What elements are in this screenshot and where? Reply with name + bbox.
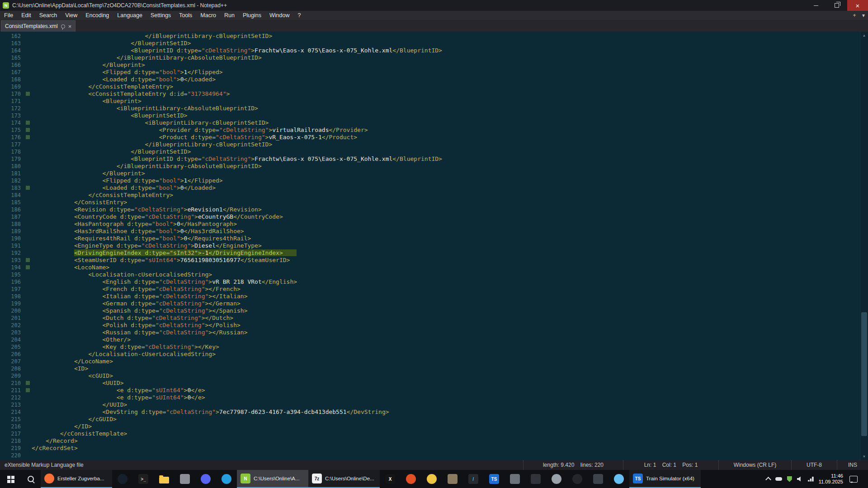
status-length-lines[interactable]: length: 9.420 lines: 220 bbox=[523, 460, 623, 470]
code-line[interactable]: 184 </cConsistTemplateEntry> bbox=[0, 192, 860, 199]
network-icon[interactable] bbox=[808, 477, 814, 482]
code-line[interactable]: 190 <Requires4thRail d:type="bool">0</Re… bbox=[0, 235, 860, 242]
scrollbar-track[interactable] bbox=[860, 39, 868, 453]
code-line[interactable]: 207 </LocoName> bbox=[0, 358, 860, 365]
code-line[interactable]: 167 <Flipped d:type="bool">1</Flipped> bbox=[0, 69, 860, 76]
status-encoding[interactable]: UTF-8 bbox=[791, 460, 837, 470]
scroll-down-arrow[interactable]: ▼ bbox=[860, 453, 868, 460]
code-line[interactable]: 213 </UUID> bbox=[0, 401, 860, 408]
taskbar-app-icon-button[interactable] bbox=[588, 470, 609, 488]
code-line[interactable]: 212 <e d:type="sUInt64">0</e> bbox=[0, 394, 860, 401]
code-line[interactable]: 185 </ConsistEntry> bbox=[0, 199, 860, 206]
code-line[interactable]: 191 <EngineType d:type="cDeltaString">Di… bbox=[0, 242, 860, 249]
code-line[interactable]: 205 <Key d:type="cDeltaString"></Key> bbox=[0, 343, 860, 351]
status-insert-mode[interactable]: INS bbox=[837, 460, 868, 470]
photo-editor-icon-button[interactable]: / bbox=[463, 470, 484, 488]
code-line[interactable]: 210 <UUID> bbox=[0, 380, 860, 387]
code-line[interactable]: 174 <iBlueprintLibrary-cBlueprintSetID> bbox=[0, 119, 860, 127]
volume-icon[interactable] bbox=[797, 476, 803, 482]
code-line[interactable]: 211 <e d:type="sUInt64">0</e> bbox=[0, 387, 860, 394]
train-simulator-icon-button[interactable]: TS bbox=[484, 470, 505, 488]
menu-item-run[interactable]: Run bbox=[220, 11, 239, 20]
status-eol[interactable]: Windows (CR LF) bbox=[718, 460, 791, 470]
restore-button[interactable] bbox=[826, 0, 847, 11]
code-line[interactable]: 209 <cGUID> bbox=[0, 372, 860, 380]
code-line[interactable]: 202 <Polish d:type="cDeltaString"></Poli… bbox=[0, 322, 860, 329]
vertical-scrollbar[interactable]: ▲ ▼ bbox=[860, 32, 868, 460]
menu-item-edit[interactable]: Edit bbox=[17, 11, 35, 20]
calculator-icon-button[interactable] bbox=[175, 470, 195, 488]
tab-consisttemplates[interactable]: ConsistTemplates.xml × bbox=[1, 20, 75, 32]
menu-item-plugins[interactable]: Plugins bbox=[239, 11, 265, 20]
start-button[interactable] bbox=[0, 470, 21, 488]
close-button[interactable]: × bbox=[847, 0, 868, 11]
code-line[interactable]: 189 <Has3rdRailShoe d:type="bool">0</Has… bbox=[0, 228, 860, 235]
file-explorer-icon-button[interactable] bbox=[154, 470, 175, 488]
editor-lines[interactable]: 162 </iBlueprintLibrary-cBlueprintSetID>… bbox=[0, 32, 860, 460]
code-line[interactable]: 165 </iBlueprintLibrary-cAbsoluteBluepri… bbox=[0, 54, 860, 61]
code-line[interactable]: 214 <DevString d:type="cDeltaString">7ec… bbox=[0, 408, 860, 416]
scrollbar-thumb[interactable] bbox=[861, 312, 867, 436]
terminal-icon-button[interactable]: >_ bbox=[133, 470, 154, 488]
code-line[interactable]: 178 </BlueprintSetID> bbox=[0, 148, 860, 155]
code-line[interactable]: 194 <LocoName> bbox=[0, 264, 860, 271]
menu-item-tools[interactable]: Tools bbox=[175, 11, 196, 20]
editor[interactable]: 162 </iBlueprintLibrary-cBlueprintSetID>… bbox=[0, 32, 868, 460]
taskbar-app-icon-button[interactable] bbox=[546, 470, 567, 488]
menu-button-tab-list[interactable]: ▾ bbox=[859, 11, 868, 19]
mail-icon-button[interactable] bbox=[216, 470, 237, 488]
taskbar-app-icon-button[interactable] bbox=[421, 470, 442, 488]
security-shield-icon[interactable] bbox=[787, 476, 792, 482]
code-line[interactable]: 195 <Localisation-cUserLocalisedString> bbox=[0, 271, 860, 278]
taskbar-app-icon-button[interactable] bbox=[442, 470, 463, 488]
scroll-up-arrow[interactable]: ▲ bbox=[860, 32, 868, 39]
sevenzip-window-button[interactable]: 7zC:\Users\Online\De... bbox=[308, 470, 380, 488]
code-line[interactable]: 169 </cConsistTemplateEntry> bbox=[0, 83, 860, 90]
x-app-icon-button[interactable]: X bbox=[380, 470, 401, 488]
code-line[interactable]: 187 <CountryCode d:type="cDeltaString">e… bbox=[0, 213, 860, 221]
search-app-icon-button[interactable] bbox=[525, 470, 546, 488]
code-line[interactable]: 172 <iBlueprintLibrary-cAbsoluteBlueprin… bbox=[0, 105, 860, 112]
code-line[interactable]: 201 <Dutch d:type="cDeltaString"></Dutch… bbox=[0, 314, 860, 322]
code-line[interactable]: 208 <ID> bbox=[0, 365, 860, 372]
code-line[interactable]: 188 <HasPantograph d:type="bool">0</HasP… bbox=[0, 221, 860, 228]
code-line[interactable]: 166 </Blueprint> bbox=[0, 61, 860, 69]
code-line[interactable]: 173 <BlueprintSetID> bbox=[0, 112, 860, 119]
code-line[interactable]: 219</cRecordSet> bbox=[0, 445, 860, 452]
taskbar-app-icon-button[interactable] bbox=[609, 470, 629, 488]
menu-item-file[interactable]: File bbox=[0, 11, 17, 20]
code-line[interactable]: 171 <Blueprint> bbox=[0, 98, 860, 105]
menu-item-search[interactable]: Search bbox=[35, 11, 61, 20]
code-line[interactable]: 175 <Provider d:type="cDeltaString">virt… bbox=[0, 127, 860, 134]
code-line[interactable]: 193 <SteamUserID d:type="sUInt64">765611… bbox=[0, 257, 860, 264]
menu-item-encoding[interactable]: Encoding bbox=[81, 11, 113, 20]
code-line[interactable]: 181 </Blueprint> bbox=[0, 170, 860, 177]
code-line[interactable]: 198 <Italian d:type="cDeltaString"></Ita… bbox=[0, 293, 860, 300]
menu-item-language[interactable]: Language bbox=[113, 11, 146, 20]
obs-icon-button[interactable] bbox=[567, 470, 588, 488]
code-line[interactable]: 197 <French d:type="cDeltaString"></Fren… bbox=[0, 286, 860, 293]
code-line[interactable]: 199 <German d:type="cDeltaString"></Germ… bbox=[0, 300, 860, 307]
notepadpp-window-button[interactable]: NC:\Users\Online\A... bbox=[237, 470, 308, 488]
code-line[interactable]: 218 </Record> bbox=[0, 437, 860, 445]
status-cursor-position[interactable]: Ln: 1 Col: 1 Pos: 1 bbox=[623, 460, 718, 470]
minimize-button[interactable] bbox=[806, 0, 826, 11]
discord-icon-button[interactable] bbox=[195, 470, 216, 488]
menu-button-new-tab[interactable]: + bbox=[850, 11, 859, 19]
action-center-icon[interactable] bbox=[849, 476, 858, 483]
code-line[interactable]: 215 </cGUID> bbox=[0, 416, 860, 423]
code-line[interactable]: 177 </iBlueprintLibrary-cBlueprintSetID> bbox=[0, 141, 860, 148]
code-line[interactable]: 200 <Spanish d:type="cDeltaString"></Spa… bbox=[0, 307, 860, 314]
code-line[interactable]: 220 bbox=[0, 452, 860, 459]
code-line[interactable]: 203 <Russian d:type="cDeltaString"></Rus… bbox=[0, 329, 860, 336]
code-line[interactable]: 168 <Loaded d:type="bool">0</Loaded> bbox=[0, 76, 860, 83]
code-line[interactable]: 206 </Localisation-cUserLocalisedString> bbox=[0, 351, 860, 358]
cloud-icon[interactable] bbox=[775, 477, 782, 481]
code-line[interactable]: 182 <Flipped d:type="bool">1</Flipped> bbox=[0, 177, 860, 184]
firefox-window-button[interactable]: Ersteller Zugverba... bbox=[41, 470, 112, 488]
taskbar-search-button[interactable] bbox=[21, 470, 41, 488]
code-line[interactable]: 170 <cConsistTemplateEntry d:id="3173849… bbox=[0, 90, 860, 98]
code-line[interactable]: 164 <BlueprintID d:type="cDeltaString">F… bbox=[0, 47, 860, 54]
taskbar-app-icon-button[interactable] bbox=[401, 470, 421, 488]
pin-icon[interactable] bbox=[61, 24, 65, 28]
